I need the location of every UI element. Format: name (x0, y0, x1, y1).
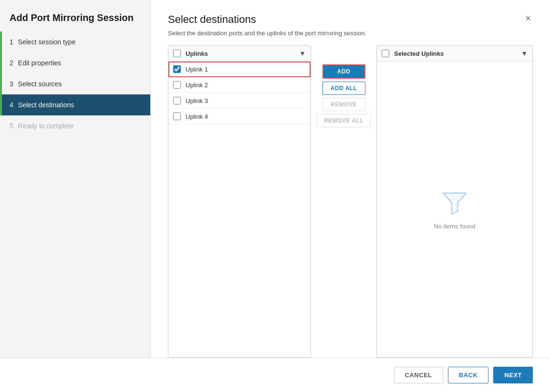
funnel-icon (441, 189, 468, 218)
transfer-area: Uplinks ▼ Uplink 1Uplink 2Uplink 3Uplink… (168, 45, 533, 358)
table-row[interactable]: Uplink 3 (168, 93, 311, 109)
sidebar-step-4[interactable]: 4 Select destinations (0, 94, 150, 115)
row-checkbox-2[interactable] (173, 81, 181, 89)
main-header: Select destinations × (168, 13, 533, 26)
empty-text: No items found (434, 223, 475, 230)
row-label-3: Uplink 3 (186, 97, 208, 104)
sidebar-step-2[interactable]: 2 Edit properties (0, 52, 150, 73)
empty-state: No items found (377, 62, 532, 357)
step-num: 4 (10, 101, 13, 109)
right-panel-label: Selected Uplinks (394, 50, 521, 57)
step-label: Ready to complete (18, 122, 74, 130)
step-num: 3 (10, 80, 13, 88)
remove-all-button[interactable]: REMOVE ALL (317, 114, 371, 127)
row-label-4: Uplink 4 (186, 113, 208, 120)
sidebar-step-5: 5 Ready to complete (0, 115, 150, 136)
modal-container: Add Port Mirroring Session 1 Select sess… (0, 0, 550, 392)
sidebar-step-3[interactable]: 3 Select sources (0, 73, 150, 94)
add-all-button[interactable]: ADD ALL (322, 82, 365, 95)
right-filter-icon[interactable]: ▼ (521, 50, 528, 57)
sidebar-title: Add Port Mirroring Session (0, 0, 150, 31)
step-num: 1 (10, 38, 13, 46)
page-title: Select destinations (168, 13, 256, 26)
step-num: 5 (10, 122, 13, 130)
right-panel-header: Selected Uplinks ▼ (377, 46, 532, 62)
left-panel-select-all[interactable] (173, 50, 181, 57)
row-checkbox-3[interactable] (173, 97, 181, 104)
right-panel-select-all[interactable] (382, 50, 389, 57)
row-label-1: Uplink 1 (186, 66, 208, 73)
left-panel-label: Uplinks (186, 50, 299, 57)
table-row[interactable]: Uplink 1 (168, 62, 311, 77)
row-checkbox-4[interactable] (173, 113, 181, 120)
left-panel-header: Uplinks ▼ (168, 46, 311, 62)
step-label: Select sources (18, 80, 62, 88)
left-filter-icon[interactable]: ▼ (299, 50, 306, 57)
remove-button[interactable]: REMOVE (322, 98, 365, 111)
table-row[interactable]: Uplink 4 (168, 109, 311, 124)
step-num: 2 (10, 59, 13, 67)
modal-body: Add Port Mirroring Session 1 Select sess… (0, 0, 550, 358)
step-label: Select session type (18, 38, 76, 46)
close-button[interactable]: × (523, 13, 533, 23)
row-label-2: Uplink 2 (186, 82, 208, 89)
left-panel-rows: Uplink 1Uplink 2Uplink 3Uplink 4 (168, 62, 311, 357)
left-panel: Uplinks ▼ Uplink 1Uplink 2Uplink 3Uplink… (168, 45, 311, 358)
back-button[interactable]: BACK (448, 367, 489, 383)
sidebar-step-1[interactable]: 1 Select session type (0, 31, 150, 52)
add-button[interactable]: ADD (322, 64, 365, 79)
modal-footer: CANCEL BACK NEXT (0, 358, 550, 392)
table-row[interactable]: Uplink 2 (168, 77, 311, 93)
main-subtitle: Select the destination ports and the upl… (168, 30, 533, 37)
main-content: Select destinations × Select the destina… (151, 0, 550, 358)
next-button[interactable]: NEXT (493, 367, 533, 383)
sidebar: Add Port Mirroring Session 1 Select sess… (0, 0, 151, 358)
step-label: Edit properties (18, 59, 61, 67)
step-label: Select destinations (18, 101, 74, 109)
cancel-button[interactable]: CANCEL (394, 367, 443, 383)
right-panel: Selected Uplinks ▼ (376, 45, 533, 358)
sidebar-steps: 1 Select session type2 Edit properties3 … (0, 31, 150, 136)
row-checkbox-1[interactable] (173, 65, 181, 73)
transfer-buttons: ADD ADD ALL REMOVE REMOVE ALL (311, 45, 376, 358)
